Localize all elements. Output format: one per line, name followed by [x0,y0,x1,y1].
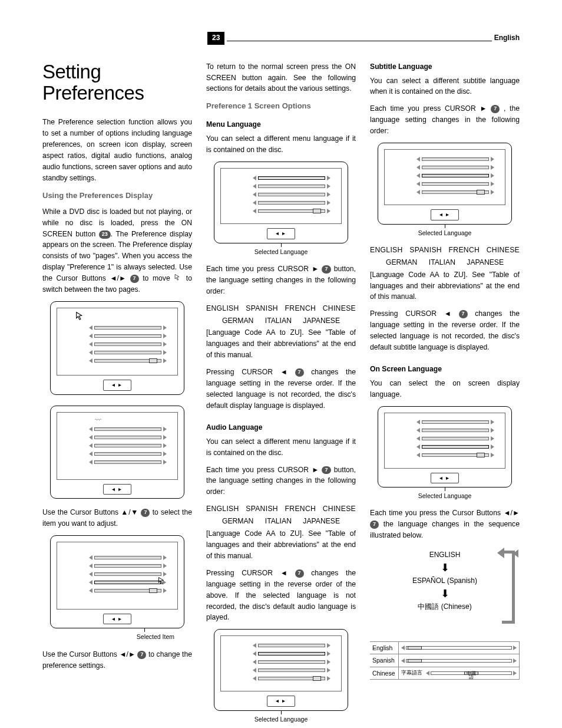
slider-row [253,667,331,673]
slider-row [416,419,495,426]
page-number: 23 [207,32,224,45]
slider-row [253,675,331,681]
language-slider-table: English Spanish Chinese 字幕語言 中國語 [370,641,520,680]
table-slider [398,654,520,667]
return-arrow-icon [502,551,515,624]
figure-screen [57,308,178,375]
heading-menu-language: Menu Language [206,119,356,130]
button-ref-7: 7 [491,105,500,113]
slider-row [253,207,331,214]
slider-row [253,191,331,197]
figure-menu-language: ◂ ▸ [214,162,349,243]
slider-row [253,174,331,181]
language-list-2: GERMAN ITALIAN JAPANESE [206,315,356,327]
language-code-note-2: [Language Code AA to ZU]. See "Table of … [206,528,356,562]
slider-row [89,451,167,457]
figure-prefs-page1: ◂ ▸ [50,301,185,395]
text: Each time you press the Cursor Buttons ◄… [370,509,520,517]
slider-row [89,563,167,569]
caption-selected-language-4: Selected Language [370,491,520,500]
button-ref-7: 7 [295,569,304,578]
text: to move [139,274,174,282]
caption-selected-language: Selected Language [206,247,356,256]
heading-subtitle-language: Subtitle Language [370,61,520,73]
wave-icon: 〰 [95,415,101,425]
caption-selected-language-2: Selected Language [206,714,356,724]
button-ref-7: 7 [370,521,379,529]
table-label: Chinese [370,667,398,679]
button-ref-7: 7 [322,466,330,475]
reverse-paragraph-menu: Pressing CURSOR ◄ 7 changes the language… [206,367,356,411]
column-1: Setting Preferences The Preference selec… [42,61,192,728]
slider-row [416,180,495,187]
button-ref-7: 7 [322,265,330,274]
figure-screen [220,635,342,691]
table-label: English [370,642,398,654]
text: the language changes in the sequence ill… [370,520,520,539]
slider-row [253,642,331,648]
slider-row [89,571,167,578]
table-row: Spanish [370,654,520,667]
nav-arrows: ◂ ▸ [57,379,178,391]
heading-onscreen-language: On Screen Language [370,364,520,375]
audio-language-paragraph: You can select a different menu language… [206,436,356,459]
page-title: Setting Preferences [42,61,192,104]
slider-row [89,349,167,355]
slider-row [89,434,167,441]
heading-audio-language: Audio Language [206,422,356,433]
caption-selected-language-3: Selected Language [370,228,520,238]
each-press-subtitle: Each time you press CURSOR ► 7 , the lan… [370,103,520,137]
reverse-paragraph-subtitle: Pressing CURSOR ◄ 7 changes the language… [370,308,520,353]
table-row: Chinese 字幕語言 中國語 [370,667,520,679]
language-list-1: ENGLISH SPANISH FRENCH CHINESE [206,303,356,314]
slider-row [89,332,167,339]
slider-row [89,324,167,331]
reverse-paragraph-audio: Pressing CURSOR ◄ 7 changes the language… [206,568,356,624]
nav-arrows: ◂ ▸ [57,613,178,625]
slider-row [416,172,495,179]
nav-arrows: ◂ ▸ [384,472,506,484]
cursor-lr-paragraph: Use the Cursor Buttons ◄/► 7 to change t… [42,649,192,671]
slider-row [416,189,495,195]
button-ref-7: 7 [295,368,304,377]
prefs-paragraph-1: While a DVD disc is loaded but not playi… [42,206,192,295]
button-ref-7: 7 [459,310,468,318]
column-2: To return to the normal screen press the… [206,61,356,728]
slider-row [89,443,167,449]
cursor-hand-icon [75,311,85,326]
figure-screen [384,149,506,205]
figure-prefs-page2: 〰 ◂ ▸ [50,406,185,499]
content-columns: Setting Preferences The Preference selec… [42,61,520,728]
section-using-prefs: Using the Preferences Display [42,190,192,202]
slider-row [416,156,495,162]
table-row: English [370,642,520,654]
slider-row [416,444,495,450]
slider-row [416,164,495,170]
cursor-hand-icon [157,577,167,590]
each-press-audio: Each time you press CURSOR ► 7 button, t… [206,465,356,498]
page-header: 23 English [207,32,520,45]
slider-row [253,658,331,665]
seq-chinese: 中國語 (Chinese) [370,601,520,612]
figure-screen: 〰 [57,412,178,480]
language-list-1c: ENGLISH SPANISH FRENCH CHINESE [370,245,520,256]
slider-row [89,341,167,347]
nav-arrows: ◂ ▸ [384,209,506,220]
slider-row [416,452,495,459]
slider-row [253,183,331,189]
text: Pressing CURSOR ◄ [206,368,295,376]
figure-audio-language: ◂ ▸ [214,629,349,711]
figure-screen [220,168,342,224]
nav-arrows: ◂ ▸ [220,228,342,239]
language-list-2b: GERMAN ITALIAN JAPANESE [206,516,356,527]
language-code-note: [Language Code AA to ZU]. See "Table of … [206,327,356,361]
language-list-2c: GERMAN ITALIAN JAPANESE [370,257,520,268]
figure-selected-item: ◂ ▸ [50,535,185,629]
slider-row [89,426,167,433]
table-slider [398,642,520,654]
return-paragraph: To return to the normal screen press the… [206,61,356,95]
button-ref-7: 7 [137,651,146,659]
column-3: Subtitle Language You can select a diffe… [370,61,520,728]
header-language: English [494,32,520,45]
each-press-paragraph: Each time you press CURSOR ► 7 button, t… [206,263,356,297]
